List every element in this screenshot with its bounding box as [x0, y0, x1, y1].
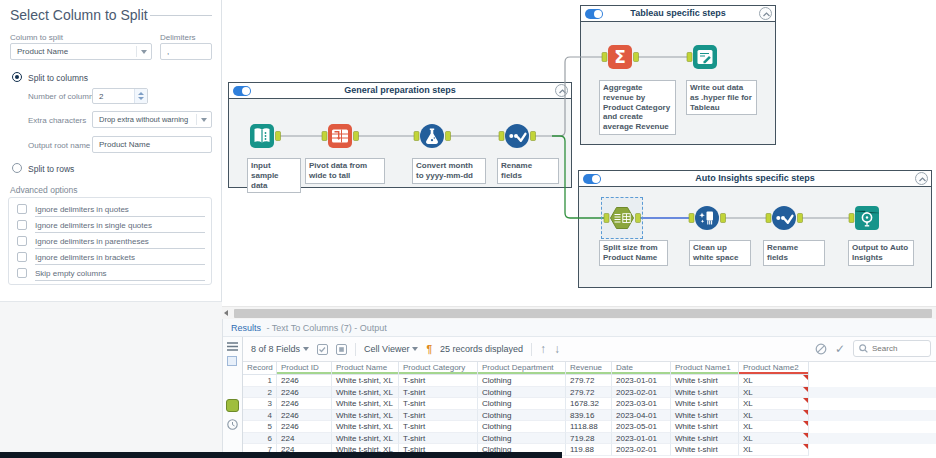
table-cell[interactable]: XL	[739, 410, 809, 422]
table-cell[interactable]: 2023-03-01	[612, 398, 671, 410]
scroll-up-button[interactable]: ↑	[540, 342, 546, 356]
tool-auto-insights-output[interactable]	[854, 205, 880, 231]
tool-text-to-columns[interactable]	[609, 205, 635, 231]
table-cell[interactable]: 5	[243, 421, 277, 433]
table-cell[interactable]: 2023-01-01	[612, 375, 671, 387]
table-cell[interactable]: 3	[243, 398, 277, 410]
tool-select-rename[interactable]	[771, 205, 797, 231]
search-box[interactable]	[853, 340, 931, 357]
table-cell[interactable]: 279.72	[566, 375, 612, 387]
column-to-split-select[interactable]: Product Name	[10, 43, 152, 60]
checkbox[interactable]	[17, 236, 27, 246]
table-cell[interactable]: T-shirt	[399, 433, 478, 445]
whitespace-toggle[interactable]: ¶	[426, 344, 432, 355]
table-cell[interactable]: 2023-05-01	[612, 421, 671, 433]
table-cell[interactable]: White t-shirt, XL	[332, 433, 399, 445]
table-cell[interactable]: 2023-01-01	[612, 433, 671, 445]
step-down-icon[interactable]	[138, 97, 144, 100]
tool-annotation[interactable]: Convert month to yyyy-mm-dd	[412, 158, 486, 184]
list-view-icon[interactable]	[227, 342, 238, 351]
table-cell[interactable]: XL	[739, 398, 809, 410]
table-cell[interactable]: 2246	[277, 398, 332, 410]
table-cell[interactable]: White t-shirt	[671, 433, 739, 445]
stepper-buttons[interactable]	[134, 89, 147, 103]
table-cell[interactable]: T-shirt	[399, 375, 478, 387]
table-cell[interactable]: 1678.32	[566, 398, 612, 410]
fields-selector[interactable]: 8 of 8 Fields	[251, 344, 309, 354]
delimiters-input[interactable]: ,	[160, 43, 212, 60]
container-enable-toggle[interactable]	[233, 86, 251, 96]
column-header[interactable]: Product Name2	[739, 362, 809, 375]
table-row[interactable]: 6224White t-shirt, XLT-shirtClothing719.…	[243, 433, 936, 445]
table-cell[interactable]: 6	[243, 433, 277, 445]
table-cell[interactable]: White t-shirt	[671, 410, 739, 422]
column-header[interactable]: Product Category	[399, 362, 478, 375]
table-cell[interactable]: Clothing	[478, 433, 566, 445]
tool-transpose[interactable]	[327, 123, 353, 149]
table-cell[interactable]: XL	[739, 433, 809, 445]
table-cell[interactable]: Clothing	[478, 387, 566, 399]
table-cell[interactable]: T-shirt	[399, 387, 478, 399]
output-anchor-button[interactable]	[226, 399, 239, 412]
table-row[interactable]: 52246White t-shirt, XLT-shirtClothing111…	[243, 421, 936, 433]
table-cell[interactable]: XL	[739, 444, 809, 456]
table-cell[interactable]: White t-shirt	[671, 375, 739, 387]
tool-data-cleansing[interactable]	[694, 205, 720, 231]
column-header[interactable]: Product ID	[277, 362, 332, 375]
column-header[interactable]: Date	[612, 362, 671, 375]
collapse-button[interactable]	[915, 172, 928, 185]
table-row[interactable]: 22246White t-shirt, XLT-shirtClothing279…	[243, 387, 936, 399]
split-to-columns-radio[interactable]	[12, 72, 22, 82]
checkbox[interactable]	[17, 220, 27, 230]
table-cell[interactable]: Clothing	[478, 398, 566, 410]
cell-focus-icon[interactable]	[336, 344, 347, 355]
table-cell[interactable]: 2023-02-01	[612, 444, 671, 456]
scrollbar-thumb[interactable]	[234, 309, 932, 318]
table-cell[interactable]: 2	[243, 387, 277, 399]
tool-input-data[interactable]	[249, 123, 275, 149]
table-row[interactable]: 42246White t-shirt, XLT-shirtClothing839…	[243, 410, 936, 422]
scroll-left-icon[interactable]	[224, 310, 228, 316]
split-to-rows-radio[interactable]	[12, 163, 22, 173]
tool-annotation[interactable]: Output to Auto Insights	[848, 240, 914, 266]
no-limit-icon[interactable]	[815, 343, 827, 355]
tool-annotation[interactable]: Input sample data	[247, 158, 301, 193]
cell-viewer-button[interactable]: Cell Viewer	[364, 344, 418, 354]
checkbox[interactable]	[17, 204, 27, 214]
tool-annotation[interactable]: Pivot data from wide to tall	[305, 158, 385, 184]
table-cell[interactable]: 119.88	[566, 444, 612, 456]
table-row[interactable]: 12246White t-shirt, XLT-shirtClothing279…	[243, 375, 936, 387]
table-cell[interactable]: 1118.88	[566, 421, 612, 433]
canvas-horizontal-scrollbar[interactable]	[222, 306, 936, 319]
table-cell[interactable]: XL	[739, 421, 809, 433]
table-cell[interactable]: T-shirt	[399, 410, 478, 422]
table-cell[interactable]: 2246	[277, 375, 332, 387]
table-cell[interactable]: 719.28	[566, 433, 612, 445]
table-cell[interactable]: XL	[739, 387, 809, 399]
step-up-icon[interactable]	[138, 92, 144, 95]
table-cell[interactable]: Clothing	[478, 375, 566, 387]
checkbox[interactable]	[17, 252, 27, 262]
tool-annotation[interactable]: Rename fields	[497, 158, 559, 184]
column-header[interactable]: Product Name	[332, 362, 399, 375]
container-enable-toggle[interactable]	[585, 9, 603, 19]
select-fields-icon[interactable]	[317, 344, 328, 355]
collapse-button[interactable]	[555, 84, 568, 97]
table-cell[interactable]: 839.16	[566, 410, 612, 422]
table-cell[interactable]: Clothing	[478, 421, 566, 433]
table-cell[interactable]: White t-shirt, XL	[332, 410, 399, 422]
table-cell[interactable]: White t-shirt	[671, 387, 739, 399]
table-cell[interactable]: 2246	[277, 421, 332, 433]
collapse-button[interactable]	[759, 7, 772, 20]
panel-view-icon[interactable]	[227, 356, 237, 366]
table-cell[interactable]: White t-shirt, XL	[332, 387, 399, 399]
table-cell[interactable]: 2246	[277, 387, 332, 399]
tool-select-rename[interactable]	[504, 123, 530, 149]
tool-annotation[interactable]: Write out data as .hyper file for Tablea…	[686, 80, 757, 115]
table-row[interactable]: 32246White t-shirt, XLT-shirtClothing167…	[243, 398, 936, 410]
tool-datetime-convert[interactable]	[419, 123, 445, 149]
table-cell[interactable]: White t-shirt	[671, 398, 739, 410]
tool-summarize[interactable]: Σ	[607, 44, 633, 70]
column-header[interactable]: Product Department	[478, 362, 566, 375]
tool-annotation[interactable]: Rename fields	[763, 240, 825, 266]
